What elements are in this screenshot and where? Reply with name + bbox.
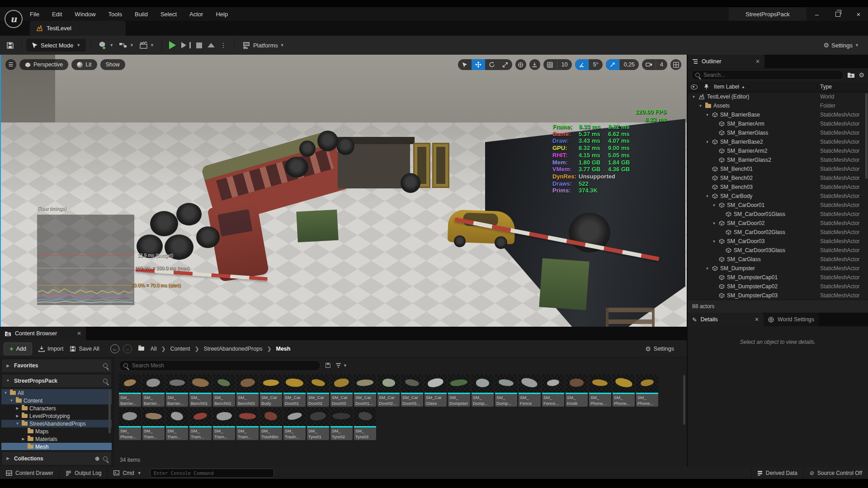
rotation-snap-value[interactable]: 5° xyxy=(589,59,603,70)
expand-icon[interactable]: ▼ xyxy=(705,267,710,271)
lit-dropdown[interactable]: Lit xyxy=(71,59,97,70)
pack-section[interactable]: ▼ StreetPropsPack xyxy=(1,374,112,388)
expand-icon[interactable]: ▼ xyxy=(9,399,14,403)
move-tool-button[interactable] xyxy=(472,59,485,70)
add-button[interactable]: + Add xyxy=(4,343,32,355)
rotation-snap-button[interactable] xyxy=(575,59,589,70)
maximize-viewport-button[interactable] xyxy=(670,59,681,70)
outliner-row-sm-dumpster[interactable]: ▼SM_DumpsterStaticMeshActor xyxy=(688,264,868,273)
outliner-row-sm-cardoor03glass[interactable]: SM_CarDoor03GlassStaticMeshActor xyxy=(688,246,868,255)
asset-tile-sm-tram-[interactable]: SM_Tram... xyxy=(213,408,235,440)
scale-snap-value[interactable]: 0,25 xyxy=(619,59,639,70)
save-all-button[interactable]: Save All xyxy=(70,346,99,352)
favorites-section[interactable]: ▶ Favorites xyxy=(1,359,112,373)
asset-tile-sm-tram-[interactable]: SM_Tram... xyxy=(236,408,259,440)
expand-icon[interactable]: ▼ xyxy=(698,104,703,108)
save-search-icon[interactable] xyxy=(325,362,331,368)
folder-levelprototyping[interactable]: ▶LevelPrototyping xyxy=(1,412,112,420)
save-button[interactable] xyxy=(4,42,17,49)
asset-tile-sm-cardoor02[interactable]: SM_CarDoor02 xyxy=(307,375,329,407)
menu-window[interactable]: Window xyxy=(75,11,95,18)
grid-snap-button[interactable] xyxy=(543,59,557,70)
asset-tile-sm-bench03[interactable]: SM_Bench03 xyxy=(236,375,259,407)
collections-section[interactable]: ▶ Collections ⊕ xyxy=(1,451,112,465)
expand-icon[interactable]: ▼ xyxy=(705,140,710,144)
add-actor-button[interactable]: ▼ xyxy=(95,41,116,50)
expand-icon[interactable]: ▼ xyxy=(15,422,20,426)
cinematics-button[interactable]: ▼ xyxy=(137,42,157,49)
grid-scrollbar[interactable] xyxy=(683,375,685,425)
minimize-button[interactable]: – xyxy=(811,10,823,18)
outliner-row-sm-carbody[interactable]: ▼SM_CarBodyStaticMeshActor xyxy=(688,192,868,201)
tab-content-browser[interactable]: Content Browser ✕ xyxy=(0,327,86,340)
add-collection-icon[interactable]: ⊕ xyxy=(95,455,99,462)
expand-icon[interactable]: ▼ xyxy=(712,221,717,225)
close-icon[interactable]: ✕ xyxy=(77,330,81,337)
search-icon[interactable] xyxy=(103,456,108,461)
derived-data-button[interactable]: Derived Data xyxy=(751,467,803,479)
asset-tile-sm-trash-[interactable]: SM_Trash... xyxy=(283,408,306,440)
select-tool-button[interactable] xyxy=(458,59,472,70)
folder-streetabandonedprops[interactable]: ▼StreetAbandonedProps xyxy=(1,420,112,427)
outliner-row-sm-cardoor03[interactable]: ▼SM_CarDoor03StaticMeshActor xyxy=(688,237,868,246)
outliner-row-sm-bench03[interactable]: SM_Bench03StaticMeshActor xyxy=(688,183,868,192)
camera-speed-button[interactable] xyxy=(642,59,656,70)
asset-search[interactable] xyxy=(119,360,321,371)
outliner-settings-icon[interactable]: ⚙ xyxy=(859,71,864,79)
outliner-scrollbar[interactable] xyxy=(865,93,868,179)
settings-dropdown[interactable]: ⚙ Settings ▼ xyxy=(821,42,862,49)
asset-tile-sm-tyre02[interactable]: SM_Tyre02 xyxy=(330,408,353,440)
menu-select[interactable]: Select xyxy=(160,11,177,18)
scale-tool-button[interactable] xyxy=(499,59,512,70)
asset-tile-sm-tyre01[interactable]: SM_Tyre01 xyxy=(307,408,329,440)
outliner-row-sm-dumpstercap01[interactable]: SM_DumpsterCap01StaticMeshActor xyxy=(688,273,868,282)
outliner-row-sm-barrierbase2[interactable]: ▼SM_BarrierBase2StaticMeshActor xyxy=(688,137,868,146)
forward-button[interactable]: → xyxy=(123,344,132,353)
folder-mesh[interactable]: Mesh xyxy=(1,443,112,450)
platforms-dropdown[interactable]: Platforms ▼ xyxy=(239,41,287,49)
expand-icon[interactable]: ▼ xyxy=(712,239,717,244)
menu-tools[interactable]: Tools xyxy=(108,11,122,18)
asset-tile-sm-tram-[interactable]: SM_Tram... xyxy=(166,408,188,440)
viewport-3d[interactable]: ☰ Perspective Lit Show xyxy=(0,55,687,327)
asset-tile-sm-carglass[interactable]: SM_CarGlass xyxy=(425,375,447,407)
visibility-column[interactable] xyxy=(688,84,700,89)
asset-tile-sm-cardoor02-[interactable]: SM_CarDoor02... xyxy=(377,375,400,407)
asset-tile-sm-kiosk[interactable]: SM_Kiosk xyxy=(566,375,588,407)
menu-build[interactable]: Build xyxy=(135,11,148,18)
tab-world-settings[interactable]: World Settings xyxy=(764,313,819,326)
asset-search-input[interactable] xyxy=(131,362,316,369)
outliner-row-sm-carglass[interactable]: SM_CarGlassStaticMeshActor xyxy=(688,255,868,264)
grid-snap-value[interactable]: 10 xyxy=(557,59,572,70)
restore-button[interactable] xyxy=(832,10,844,18)
asset-tile-sm-barrier-[interactable]: SM_Barrier... xyxy=(142,375,165,407)
pin-column[interactable] xyxy=(700,84,712,90)
back-button[interactable]: ← xyxy=(110,344,119,353)
menu-actor[interactable]: Actor xyxy=(189,11,203,18)
asset-tile-sm-phone-[interactable]: SM_Phone... xyxy=(636,375,658,407)
eject-button[interactable] xyxy=(205,43,217,47)
play-options-button[interactable]: ⋮ xyxy=(217,42,230,49)
tab-outliner[interactable]: Outliner ✕ xyxy=(688,55,764,68)
outliner-row-testlevel-editor-[interactable]: ▼TestLevel (Editor)World xyxy=(688,92,868,101)
expand-icon[interactable]: ▶ xyxy=(15,414,20,418)
asset-tile-sm-dumpster[interactable]: SM_Dumpster xyxy=(448,375,470,407)
expand-icon[interactable]: ▼ xyxy=(705,113,710,117)
show-dropdown[interactable]: Show xyxy=(100,59,125,70)
asset-tile-sm-tram-[interactable]: SM_Tram... xyxy=(142,408,165,440)
asset-tile-sm-carbody[interactable]: SM_CarBody xyxy=(260,375,282,407)
folder-maps[interactable]: Maps xyxy=(1,427,112,435)
expand-icon[interactable]: ▼ xyxy=(691,95,696,99)
blueprints-button[interactable]: ▼ xyxy=(116,42,137,49)
folder-materials[interactable]: ▶Materials xyxy=(1,435,112,443)
camera-speed-value[interactable]: 4 xyxy=(656,59,667,70)
unreal-logo-icon[interactable]: u xyxy=(5,10,23,28)
expand-icon[interactable]: ▶ xyxy=(15,406,20,410)
breadcrumb-streetabandonedprops[interactable]: StreetAbandonedProps xyxy=(203,346,262,352)
scale-snap-button[interactable] xyxy=(606,59,619,70)
outliner-row-sm-dumpstercap03[interactable]: SM_DumpsterCap03StaticMeshActor xyxy=(688,291,868,300)
outliner-row-sm-barrierarm[interactable]: SM_BarrierArmStaticMeshActor xyxy=(688,119,868,128)
folder-characters[interactable]: ▶Characters xyxy=(1,404,112,412)
asset-tile-sm-cardoor03[interactable]: SM_CarDoor03 xyxy=(330,375,353,407)
asset-tile-sm-tyre03[interactable]: SM_Tyre03 xyxy=(354,408,376,440)
